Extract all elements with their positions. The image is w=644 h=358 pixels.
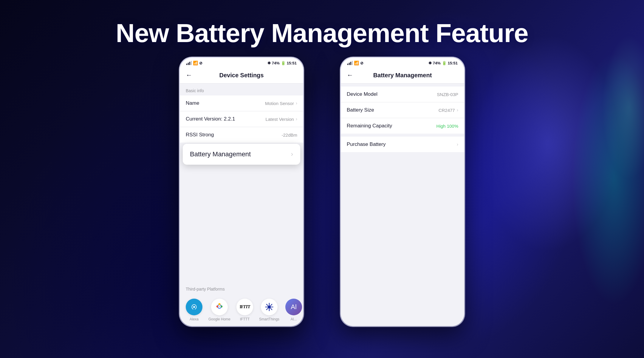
basic-info-label: Basic info [180, 84, 303, 95]
svg-point-7 [219, 306, 219, 307]
right-signal-bars [347, 61, 353, 65]
bluetooth-icon: ✱ [267, 61, 271, 65]
alexa-svg [190, 303, 199, 311]
svg-line-14 [267, 304, 268, 305]
rssi-row[interactable]: RSSI Strong -22dBm [180, 127, 303, 143]
ifttt-label: IFTTT [240, 317, 250, 321]
remaining-capacity-row: Remaining Capacity High 100% [341, 118, 464, 134]
google-home-platform[interactable]: Google Home [208, 299, 230, 321]
battery-mgmt-chevron: › [291, 150, 293, 158]
purchase-battery-card: Purchase Battery › [341, 137, 464, 152]
rssi-label: RSSI Strong [186, 132, 214, 138]
purchase-battery-row[interactable]: Purchase Battery › [341, 137, 464, 152]
alexa-label: Alexa [190, 317, 199, 321]
svg-line-16 [271, 304, 272, 305]
battery-size-label: Battery Size [347, 107, 374, 113]
ifttt-text: IFTTT [240, 305, 250, 309]
left-phone: 📶 ⊘ ✱ 74% 🔋 15:51 ← Device Settings Basi… [179, 57, 304, 327]
google-home-label: Google Home [208, 317, 230, 321]
rssi-value: -22dBm [281, 132, 297, 138]
svg-point-8 [220, 306, 220, 307]
purchase-battery-chevron: › [456, 142, 458, 147]
left-status-right: ✱ 74% 🔋 15:51 [267, 61, 297, 65]
page-heading: New Battery Management Feature [0, 18, 644, 48]
left-status-left: 📶 ⊘ [186, 61, 202, 65]
right-wifi-icon: 📶 [354, 61, 359, 65]
battery-management-row[interactable]: Battery Management › [183, 144, 300, 165]
svg-point-9 [268, 305, 271, 308]
right-time: 15:51 [448, 61, 458, 65]
left-phone-screen: 📶 ⊘ ✱ 74% 🔋 15:51 ← Device Settings Basi… [180, 58, 303, 326]
smartthings-icon [261, 299, 278, 315]
name-chevron: › [296, 101, 297, 106]
partial-icon: Al [285, 299, 302, 315]
smartthings-label: SmartThings [259, 317, 279, 321]
right-no-sim-icon: ⊘ [360, 61, 363, 65]
purchase-chevron: › [457, 142, 458, 147]
alexa-icon [186, 299, 202, 315]
battery-bar: 🔋 [281, 61, 286, 65]
google-home-icon [211, 299, 228, 315]
version-row[interactable]: Current Version: 2.2.1 Latest Version › [180, 111, 303, 127]
svg-point-6 [218, 305, 221, 308]
left-nav-bar: ← Device Settings [180, 67, 303, 84]
version-label: Current Version: 2.2.1 [186, 116, 235, 122]
right-battery-percent: 74% [433, 61, 441, 65]
device-model-label: Device Model [347, 91, 377, 97]
third-party-section: Third-party Platforms Alexa [180, 282, 303, 326]
no-sim-icon: ⊘ [199, 61, 202, 65]
left-settings-list: Name Motion Sensor › Current Version: 2.… [180, 95, 303, 143]
wifi-icon: 📶 [193, 61, 198, 65]
battery-size-row[interactable]: Battery Size CR2477 › [341, 102, 464, 118]
right-status-left: 📶 ⊘ [347, 61, 363, 65]
remaining-capacity-label: Remaining Capacity [347, 123, 392, 129]
partial-text: Al [291, 303, 297, 311]
remaining-capacity-value: High 100% [436, 124, 458, 129]
battery-size-chevron: › [457, 107, 458, 113]
ifttt-icon: IFTTT [236, 299, 253, 315]
ifttt-platform[interactable]: IFTTT IFTTT [236, 299, 253, 321]
battery-rows-card: Device Model SNZB-03P Battery Size CR247… [341, 87, 464, 134]
partial-label: Al... [291, 317, 297, 321]
right-bluetooth-icon: ✱ [428, 61, 432, 65]
google-svg [214, 302, 225, 312]
device-model-row: Device Model SNZB-03P [341, 87, 464, 102]
right-back-button[interactable]: ← [347, 71, 353, 79]
version-value: Latest Version › [266, 116, 297, 122]
purchase-battery-label: Purchase Battery [347, 141, 386, 147]
phones-wrapper: 📶 ⊘ ✱ 74% 🔋 15:51 ← Device Settings Basi… [0, 57, 644, 327]
name-row[interactable]: Name Motion Sensor › [180, 95, 303, 111]
partial-platform: Al Al... [285, 299, 302, 321]
right-battery-bar: 🔋 [442, 61, 447, 65]
platform-icons-list: Alexa [180, 294, 303, 326]
left-status-bar: 📶 ⊘ ✱ 74% 🔋 15:51 [180, 58, 303, 67]
battery-mgmt-label: Battery Management [190, 150, 251, 158]
right-phone: 📶 ⊘ ✱ 74% 🔋 15:51 ← Battery Management [340, 57, 465, 327]
svg-point-1 [193, 306, 195, 308]
right-phone-screen: 📶 ⊘ ✱ 74% 🔋 15:51 ← Battery Management [341, 58, 464, 326]
right-status-bar: 📶 ⊘ ✱ 74% 🔋 15:51 [341, 58, 464, 67]
version-chevron: › [296, 116, 297, 122]
time: 15:51 [287, 61, 297, 65]
smartthings-platform[interactable]: SmartThings [259, 299, 279, 321]
name-label: Name [186, 100, 199, 106]
right-status-right: ✱ 74% 🔋 15:51 [428, 61, 458, 65]
battery-size-value: CR2477 › [439, 107, 458, 113]
battery-percent: 74% [272, 61, 280, 65]
signal-bars [186, 61, 192, 65]
svg-line-15 [271, 308, 272, 310]
device-model-value: SNZB-03P [437, 92, 458, 97]
left-screen-title: Device Settings [197, 72, 286, 79]
right-nav-bar: ← Battery Management [341, 67, 464, 84]
name-value: Motion Sensor › [265, 101, 297, 106]
alexa-platform[interactable]: Alexa [186, 299, 202, 321]
svg-line-17 [267, 308, 268, 310]
smartthings-svg [264, 302, 274, 312]
left-back-button[interactable]: ← [186, 71, 192, 79]
third-party-label: Third-party Platforms [180, 282, 303, 294]
svg-point-5 [219, 303, 221, 305]
right-screen-title: Battery Management [358, 72, 447, 79]
battery-mgmt-content: Device Model SNZB-03P Battery Size CR247… [341, 87, 464, 326]
